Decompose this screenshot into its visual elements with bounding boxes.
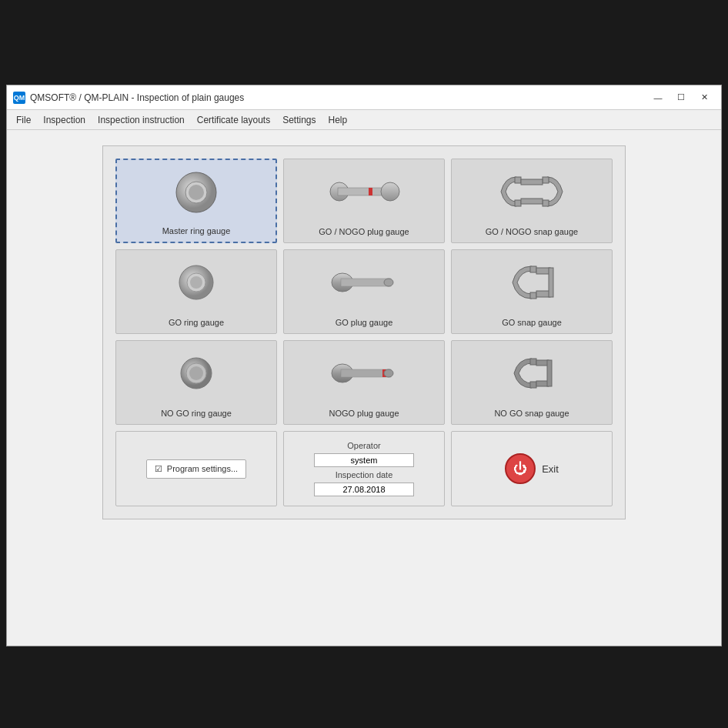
program-settings-icon: ☑ — [155, 464, 162, 474]
gauge-label-nogo-snap: NO GO snap gauge — [494, 409, 569, 418]
exit-power-button[interactable]: ⏻ — [505, 453, 536, 484]
svg-rect-5 — [369, 188, 372, 195]
operator-value: system — [314, 453, 414, 467]
gauge-cell-go-nogo-plug[interactable]: GO / NOGO plug gauge — [283, 159, 445, 243]
exit-label: Exit — [542, 463, 559, 475]
operator-label: Operator — [347, 441, 380, 450]
gauge-cell-nogo-plug[interactable]: NOGO plug gauge — [283, 340, 445, 425]
svg-point-6 — [381, 182, 399, 201]
gauge-img-nogo-snap — [493, 350, 570, 396]
svg-point-30 — [384, 369, 393, 377]
gauge-label-go-snap: GO snap gauge — [502, 318, 562, 327]
bottom-row: ☑ Program settings... Operator system In… — [115, 431, 613, 506]
nogo-snap-icon — [493, 351, 570, 396]
svg-point-26 — [189, 366, 203, 380]
exit-cell: ⏻ Exit — [451, 431, 613, 506]
main-window: QM QMSOFT® / QM-PLAIN - Inspection of pl… — [6, 85, 722, 646]
gauge-cell-nogo-snap[interactable]: NO GO snap gauge — [451, 340, 613, 425]
gauge-cell-go-plug[interactable]: GO plug gauge — [283, 249, 445, 334]
svg-rect-9 — [543, 177, 549, 183]
nogo-ring-icon — [158, 351, 235, 396]
main-content: Master ring gauge — [7, 130, 721, 646]
svg-rect-19 — [530, 266, 536, 272]
gauge-img-go-nogo-plug — [326, 169, 402, 215]
gauge-cell-go-nogo-snap[interactable]: GO / NOGO snap gauge — [451, 159, 613, 243]
svg-rect-8 — [515, 200, 521, 206]
gauge-cell-go-snap[interactable]: GO snap gauge — [451, 249, 613, 334]
go-plug-icon — [326, 260, 402, 305]
app-icon: QM — [13, 92, 25, 104]
program-settings-label: Program settings... — [167, 464, 238, 473]
svg-rect-11 — [521, 179, 543, 185]
menu-certificate-layouts[interactable]: Certificate layouts — [191, 112, 276, 128]
svg-rect-21 — [536, 268, 550, 274]
operator-date-cell: Operator system Inspection date 27.08.20… — [283, 431, 445, 506]
svg-point-2 — [189, 185, 204, 200]
close-button[interactable]: ✕ — [693, 90, 715, 105]
go-ring-icon — [158, 260, 235, 305]
svg-rect-32 — [530, 382, 536, 388]
title-bar-left: QM QMSOFT® / QM-PLAIN - Inspection of pl… — [13, 92, 244, 104]
program-settings-button[interactable]: ☑ Program settings... — [146, 459, 246, 479]
gauge-cell-go-ring[interactable]: GO ring gauge — [115, 249, 277, 334]
svg-rect-10 — [543, 200, 549, 206]
gauge-img-go-plug — [326, 259, 402, 306]
menu-inspection[interactable]: Inspection — [37, 112, 92, 128]
nogo-plug-icon — [326, 351, 402, 396]
maximize-button[interactable]: ☐ — [670, 90, 692, 105]
master-ring-icon — [158, 170, 235, 215]
menu-settings[interactable]: Settings — [276, 112, 322, 128]
gauge-panel: Master ring gauge — [102, 145, 626, 519]
menu-help[interactable]: Help — [322, 112, 354, 128]
window-title: QMSOFT® / QM-PLAIN - Inspection of plain… — [30, 92, 244, 103]
svg-point-18 — [384, 279, 393, 286]
gauge-grid: Master ring gauge — [115, 159, 613, 425]
gauge-label-master-ring: Master ring gauge — [162, 226, 231, 235]
gauge-img-nogo-ring — [158, 350, 235, 396]
gauge-label-go-plug: GO plug gauge — [336, 318, 393, 327]
inspection-date-value: 27.08.2018 — [314, 483, 414, 496]
svg-rect-12 — [521, 199, 543, 204]
menu-bar: File Inspection Inspection instruction C… — [7, 110, 721, 130]
go-snap-icon — [493, 260, 570, 305]
svg-rect-31 — [530, 359, 536, 365]
go-nogo-plug-icon — [326, 169, 402, 214]
power-icon: ⏻ — [513, 461, 527, 477]
window-controls: — ☐ ✕ — [647, 90, 715, 105]
gauge-img-go-snap — [493, 259, 570, 306]
gauge-img-go-nogo-snap — [493, 169, 570, 215]
gauge-label-go-ring: GO ring gauge — [169, 318, 224, 327]
inspection-date-label: Inspection date — [336, 470, 393, 479]
svg-rect-7 — [515, 177, 521, 183]
svg-rect-23 — [549, 268, 553, 297]
minimize-button[interactable]: — — [647, 90, 669, 105]
gauge-img-nogo-plug — [326, 350, 402, 396]
info-section: Operator system Inspection date 27.08.20… — [290, 441, 438, 496]
gauge-label-nogo-plug: NOGO plug gauge — [329, 409, 399, 418]
gauge-img-master-ring — [158, 169, 235, 215]
gauge-label-nogo-ring: NO GO ring gauge — [161, 409, 232, 418]
go-nogo-snap-icon — [493, 169, 570, 214]
gauge-cell-master-ring[interactable]: Master ring gauge — [115, 159, 277, 243]
gauge-img-go-ring — [158, 259, 235, 306]
svg-rect-17 — [341, 279, 391, 286]
program-settings-cell: ☑ Program settings... — [115, 431, 277, 506]
gauge-label-go-nogo-snap: GO / NOGO snap gauge — [486, 227, 578, 236]
svg-rect-22 — [536, 291, 550, 297]
title-bar: QM QMSOFT® / QM-PLAIN - Inspection of pl… — [7, 85, 721, 110]
gauge-label-go-nogo-plug: GO / NOGO plug gauge — [319, 227, 409, 236]
gauge-cell-nogo-ring[interactable]: NO GO ring gauge — [115, 340, 277, 425]
svg-rect-35 — [547, 360, 552, 386]
menu-file[interactable]: File — [10, 112, 37, 128]
svg-rect-20 — [530, 292, 536, 299]
svg-point-15 — [190, 276, 202, 289]
menu-inspection-instruction[interactable]: Inspection instruction — [92, 112, 191, 128]
